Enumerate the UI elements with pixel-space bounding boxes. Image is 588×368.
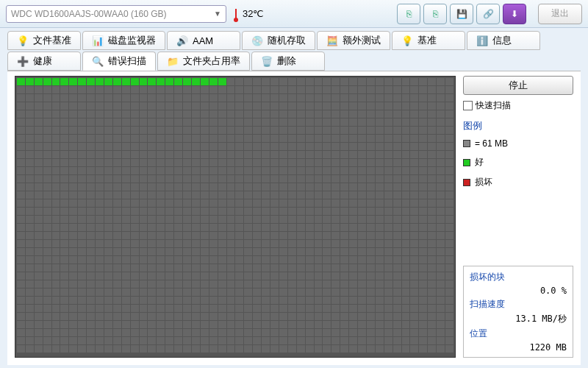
copy2-button[interactable]: ⎘ [423,4,447,24]
tab-folder-usage[interactable]: 📁文件夹占用率 [157,52,250,71]
exit-button[interactable]: 退出 [538,4,582,24]
grid-cell [419,329,427,336]
tab-health[interactable]: ➕健康 [7,52,81,71]
grid-cell [174,289,182,296]
grid-cell [437,191,445,199]
link-button[interactable]: 🔗 [476,4,500,24]
grid-cell [235,191,243,199]
grid-cell [17,102,25,110]
grid-cell [445,159,453,166]
grid-cell [393,216,401,223]
tab-disk-monitor[interactable]: 📊磁盘监视器 [82,31,165,50]
grid-cell [419,232,427,239]
grid-cell [35,159,43,166]
grid-cell [384,208,392,215]
grid-cell [288,175,296,183]
grid-cell [35,345,43,353]
grid-cell [402,345,410,353]
grid-cell [87,86,95,93]
grid-cell [376,264,384,272]
grid-cell [96,216,104,223]
grid-cell [26,297,34,304]
copy-button[interactable]: ⎘ [397,4,420,24]
grid-cell [60,208,68,215]
grid-cell [165,289,173,296]
tab-aam[interactable]: 🔊AAM [167,31,240,50]
grid-cell [17,86,25,93]
grid-cell [262,86,270,93]
grid-cell [192,329,200,336]
save-icon: 💾 [456,9,467,19]
grid-cell [262,118,270,126]
grid-cell [270,208,279,215]
tab-extra-test[interactable]: 🧮额外测试 [317,31,390,50]
grid-cell [331,167,340,174]
grid-cell [297,127,305,134]
grid-cell [340,175,348,183]
grid-cell [183,321,191,328]
grid-cell [419,167,427,174]
download-button[interactable]: ⬇ [503,4,526,24]
grid-cell [376,313,384,320]
grid-cell [35,102,43,110]
grid-cell [376,345,384,353]
tab-file-baseline[interactable]: 💡文件基准 [7,31,81,50]
tab-error-scan[interactable]: 🔍错误扫描 [82,52,156,71]
grid-cell [87,102,95,110]
tab-baseline[interactable]: 💡基准 [392,31,465,50]
folder-icon: 📁 [167,55,179,67]
grid-cell [183,280,191,288]
grid-cell [428,264,436,272]
grid-cell [323,224,331,231]
grid-cell [428,208,436,215]
grid-cell [122,264,130,272]
tab-random-access[interactable]: 💿随机存取 [242,31,315,50]
grid-cell [113,183,121,191]
grid-cell [52,224,60,231]
grid-cell [376,256,384,263]
grid-cell [297,110,305,118]
grid-cell [279,167,287,174]
grid-cell [60,321,68,328]
grid-cell [201,264,209,272]
grid-cell [270,151,279,158]
grid-cell [323,102,331,110]
grid-cell [218,297,226,304]
grid-cell [402,127,410,134]
stop-button[interactable]: 停止 [463,76,573,95]
grid-cell [17,151,25,158]
grid-cell [270,159,279,166]
grid-cell [428,329,436,336]
grid-cell [270,305,279,312]
tab-info[interactable]: ℹ️信息 [467,31,540,50]
grid-cell [113,159,121,166]
grid-cell [402,110,410,118]
grid-cell [331,280,340,288]
save-button[interactable]: 💾 [450,4,473,24]
quick-scan-row[interactable]: 快速扫描 [463,99,573,112]
grid-cell [104,337,112,344]
grid-cell [227,305,235,312]
grid-cell [384,183,392,191]
grid-cell [148,208,156,215]
grid-cell [174,159,182,166]
drive-select[interactable]: WDC WD1600AAJS-00WAA0 (160 GB) ▼ [6,5,226,23]
grid-cell [104,305,112,312]
grid-cell [17,78,25,85]
grid-cell [288,240,296,247]
grid-cell [227,224,235,231]
tab-delete[interactable]: 🗑️删除 [251,52,325,71]
grid-cell [35,305,43,312]
grid-cell [323,78,331,85]
grid-cell [209,199,218,207]
grid-cell [209,289,218,296]
grid-cell [253,272,261,280]
grid-cell [253,151,261,158]
grid-cell [402,175,410,183]
grid-cell [192,127,200,134]
grid-cell [157,94,165,102]
grid-cell [131,135,139,142]
checkbox-icon[interactable] [463,101,473,110]
grid-cell [104,216,112,223]
grid-cell [157,305,165,312]
